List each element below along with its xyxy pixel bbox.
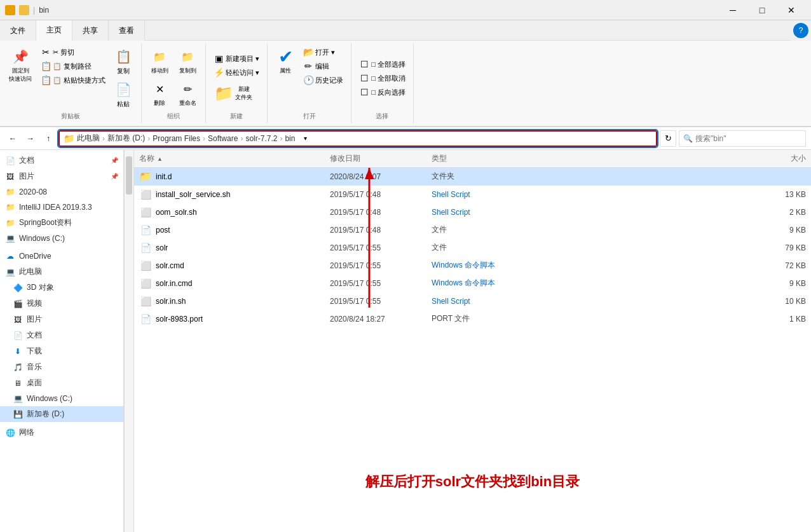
file-row-solr-in-sh[interactable]: ⬜ solr.in.sh 2019/5/17 0:55 Shell Script… (134, 292, 811, 310)
main-container: 📄 文档 📌 🖼 图片 📌 📁 2020-08 📁 IntelliJ IDEA … (0, 150, 811, 532)
select-items: ☐ □ 全部选择 ☐ □ 全部取消 ☐ □ 反向选择 (357, 46, 408, 111)
file-row-solr-port[interactable]: 📄 solr-8983.port 2020/8/24 18:27 PORT 文件… (134, 310, 811, 328)
sidebar-item-images[interactable]: 🖼 图片 (0, 311, 123, 327)
delete-button[interactable]: ✕ 删除 (147, 78, 172, 109)
copy-button[interactable]: 📋 复制 (111, 46, 136, 78)
file-type-init-d: 文件夹 (432, 171, 533, 182)
invertsel-button[interactable]: ☐ □ 反向选择 (357, 86, 408, 99)
nav-bar: ← → ↑ 📁 此电脑 › 新加卷 (D:) › Program Files ›… (0, 127, 811, 150)
breadcrumb-bin[interactable]: bin (285, 134, 295, 143)
sidebar-item-intellij[interactable]: 📁 IntelliJ IDEA 2019.3.3 (0, 200, 123, 215)
ribbon-group-open: ✔ 属性 📂 打开 ▾ ✏ 编辑 🕐 历史记录 (268, 43, 351, 123)
address-dropdown-button[interactable]: ▾ (297, 130, 313, 147)
sidebar-item-2020-08[interactable]: 📁 2020-08 (0, 184, 123, 200)
open-button[interactable]: 📂 打开 ▾ (301, 46, 346, 58)
col-header-type[interactable]: 类型 (432, 153, 533, 164)
file-size-solr-in-cmd: 9 KB (533, 279, 806, 288)
file-row-install-solr[interactable]: ⬜ install_solr_service.sh 2019/5/17 0:48… (134, 186, 811, 203)
tab-home[interactable]: 主页 (36, 20, 72, 41)
edit-button[interactable]: ✏ 编辑 (301, 60, 346, 72)
history-button[interactable]: 🕐 历史记录 (301, 74, 346, 86)
help-button[interactable]: ? (793, 23, 808, 38)
sidebar-scrollbar[interactable] (124, 150, 134, 532)
minimize-button[interactable]: ─ (718, 0, 747, 20)
file-row-oom-solr[interactable]: ⬜ oom_solr.sh 2019/5/17 0:48 Shell Scrip… (134, 203, 811, 221)
breadcrumb-software[interactable]: Software (208, 134, 238, 143)
address-bar[interactable]: 📁 此电脑 › 新加卷 (D:) › Program Files › Softw… (58, 130, 657, 147)
col-header-size[interactable]: 大小 (533, 153, 806, 164)
sidebar-item-thispc[interactable]: 💻 此电脑 (0, 264, 123, 280)
breadcrumb-newvol[interactable]: 新加卷 (D:) (107, 133, 145, 144)
sidebar: 📄 文档 📌 🖼 图片 📌 📁 2020-08 📁 IntelliJ IDEA … (0, 150, 124, 532)
selectall-button[interactable]: ☐ □ 全部选择 (357, 58, 408, 71)
column-headers: 名称 ▲ 修改日期 类型 大小 (134, 150, 811, 168)
new-label: 新建 (230, 112, 243, 121)
up-button[interactable]: ↑ (41, 131, 56, 146)
col-header-date[interactable]: 修改日期 (330, 153, 432, 164)
file-icon-post: 📄 (139, 224, 152, 236)
file-size-post: 9 KB (533, 226, 806, 235)
paste-shortcut-button[interactable]: 📋 📋 粘贴快捷方式 (38, 74, 108, 86)
file-row-solr-cmd[interactable]: ⬜ solr.cmd 2019/5/17 0:55 Windows 命令脚本 7… (134, 257, 811, 275)
file-row-solr[interactable]: 📄 solr 2019/5/17 0:55 文件 79 KB (134, 239, 811, 257)
cut-button[interactable]: ✂ ✂ 剪切 (38, 46, 108, 58)
ribbon-group-new: ▣ 新建项目 ▾ ⚡ 轻松访问 ▾ 📁 新建 文件夹 新建 (206, 43, 268, 123)
paste-button[interactable]: 📄 粘贴 (111, 79, 136, 111)
sidebar-item-downloads[interactable]: ⬇ 下载 (0, 343, 123, 359)
copyto-icon: 📁 (179, 48, 196, 65)
tab-share[interactable]: 共享 (72, 20, 109, 41)
title-bar-left: | bin (5, 5, 49, 15)
newitem-button[interactable]: ▣ 新建项目 ▾ (211, 52, 262, 65)
sidebar-item-desktop[interactable]: 🖥 桌面 (0, 375, 123, 391)
sidebar-item-onedrive[interactable]: ☁ OneDrive (0, 249, 123, 264)
newfolder-button[interactable]: 📁 新建 文件夹 (211, 83, 256, 104)
sidebar-item-3dobjects[interactable]: 🔷 3D 对象 (0, 280, 123, 296)
sidebar-item-network[interactable]: 🌐 网络 (0, 425, 123, 440)
newitem-icon: ▣ (214, 53, 224, 64)
cut-icon: ✂ (41, 47, 51, 57)
sidebar-item-documents[interactable]: 📄 文档 📌 (0, 153, 123, 168)
breadcrumb-thispc[interactable]: 此电脑 (77, 133, 100, 144)
properties-button[interactable]: ✔ 属性 (273, 46, 298, 77)
tab-file[interactable]: 文件 (0, 20, 36, 41)
file-date-post: 2019/5/17 0:48 (330, 226, 432, 235)
col-header-name[interactable]: 名称 ▲ (139, 153, 330, 164)
file-row-solr-in-cmd[interactable]: ⬜ solr.in.cmd 2019/5/17 0:55 Windows 命令脚… (134, 275, 811, 292)
sidebar-item-newvol-d[interactable]: 💾 新加卷 (D:) (0, 406, 123, 422)
3dobjects-icon: 🔷 (13, 283, 23, 293)
file-row-init-d[interactable]: 📁 init.d 2020/8/24 9:07 文件夹 (134, 168, 811, 186)
forward-button[interactable]: → (23, 131, 38, 146)
refresh-button[interactable]: ↻ (660, 130, 676, 147)
close-button[interactable]: ✕ (777, 0, 806, 20)
file-row-post[interactable]: 📄 post 2019/5/17 0:48 文件 9 KB (134, 221, 811, 239)
sidebar-item-video[interactable]: 🎬 视频 (0, 296, 123, 311)
breadcrumb-solr[interactable]: solr-7.7.2 (245, 134, 277, 143)
sidebar-item-docs[interactable]: 📄 文档 (0, 327, 123, 343)
maximize-button[interactable]: □ (747, 0, 777, 20)
rename-button[interactable]: ✏ 重命名 (175, 78, 200, 109)
copyto-button[interactable]: 📁 复制到 (175, 46, 200, 77)
file-size-solr-port: 1 KB (533, 315, 806, 324)
edit-icon: ✏ (303, 61, 313, 71)
breadcrumb-programfiles[interactable]: Program Files (153, 134, 200, 143)
sidebar-label-desktop: 桌面 (27, 378, 118, 388)
file-type-solr-in-cmd: Windows 命令脚本 (432, 278, 533, 289)
easyaccess-button[interactable]: ⚡ 轻松访问 ▾ (211, 66, 262, 79)
sidebar-item-windows-c2[interactable]: 💻 Windows (C:) (0, 391, 123, 406)
back-button[interactable]: ← (5, 131, 20, 146)
sidebar-item-pictures[interactable]: 🖼 图片 📌 (0, 168, 123, 184)
pin-button[interactable]: 📌 固定到 快速访问 (5, 46, 36, 85)
sidebar-item-music[interactable]: 🎵 音乐 (0, 359, 123, 375)
sidebar-item-springboot[interactable]: 📁 SpringBoot资料 (0, 215, 123, 231)
search-input[interactable] (695, 134, 801, 143)
copy-path-button[interactable]: 📋 📋 复制路径 (38, 60, 108, 72)
sh-icon-solr-in: ⬜ (139, 295, 152, 308)
selectnone-button[interactable]: ☐ □ 全部取消 (357, 72, 408, 85)
properties-icon: ✔ (276, 48, 294, 65)
history-icon: 🕐 (303, 75, 313, 85)
sidebar-item-windows-c[interactable]: 💻 Windows (C:) (0, 231, 123, 246)
file-size-solr-in-sh: 10 KB (533, 297, 806, 306)
moveto-button[interactable]: 📁 移动到 (147, 46, 172, 77)
tab-view[interactable]: 查看 (109, 20, 145, 41)
sidebar-label-2020-08: 2020-08 (19, 188, 118, 196)
